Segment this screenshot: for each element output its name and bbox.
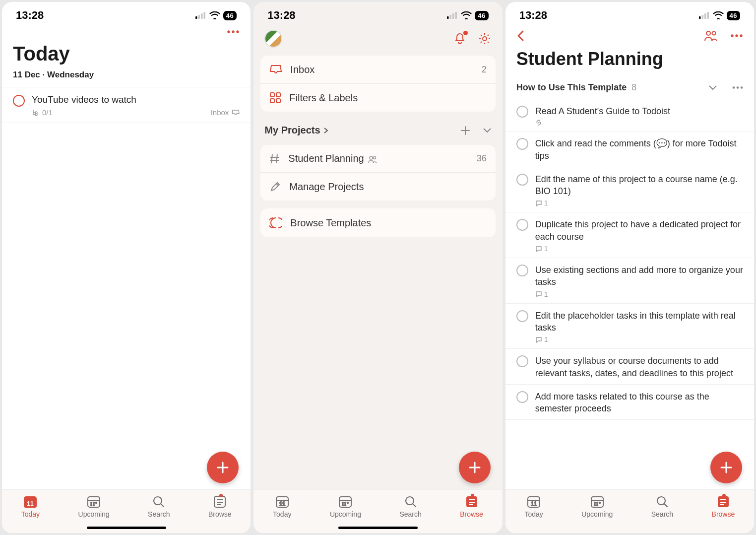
inbox-count: 2 [482,65,487,75]
tab-search[interactable]: Search [148,495,170,518]
project-title: Student Planning [505,46,754,76]
add-project-icon[interactable] [460,125,471,136]
task-checkbox[interactable] [516,355,528,367]
task-checkbox[interactable] [516,391,528,403]
svg-line-51 [413,504,416,507]
svg-point-8 [35,114,37,116]
svg-rect-56 [699,16,701,19]
chevron-down-icon[interactable] [708,85,717,91]
svg-point-46 [345,502,346,504]
tab-today[interactable]: 11 Today [21,495,40,518]
section-header[interactable]: How to Use This Template 8 [505,76,754,99]
add-task-fab[interactable] [459,452,491,483]
my-projects-header[interactable]: My Projects [253,116,502,141]
shared-icon [368,155,378,163]
browse-templates-item[interactable]: Browse Templates [260,208,495,237]
add-task-fab[interactable] [710,452,742,483]
svg-point-63 [735,34,738,37]
task-title: Read A Student's Guide to Todoist [535,105,743,117]
comment-count: 1 [535,245,743,253]
task-checkbox[interactable] [516,174,528,186]
notification-dot [219,494,223,497]
svg-rect-1 [198,15,200,19]
task-row[interactable]: Edit the name of this project to a cours… [505,167,754,213]
svg-point-73 [594,502,595,504]
tab-today[interactable]: 11 Today [273,495,291,518]
screen-today: 13:28 46 Today 11 Dec · Wednesday YouTub… [2,2,251,533]
task-row[interactable]: Use existing sections and add more to or… [505,258,754,304]
svg-point-48 [342,505,344,506]
tab-today[interactable]: 11 Today [524,495,543,518]
project-item[interactable]: Student Planning 36 [260,145,495,173]
tab-search[interactable]: Search [399,495,421,518]
search-icon [151,495,166,509]
task-checkbox[interactable] [516,138,528,150]
task-checkbox[interactable] [516,106,528,118]
battery-indicator: 46 [223,11,237,20]
task-row[interactable]: Click and read the comments (💬) for more… [505,132,754,167]
notification-dot [463,31,468,35]
link-indicator [535,119,743,126]
section-more-icon[interactable] [732,86,743,89]
settings-icon[interactable] [478,32,492,46]
tab-browse[interactable]: Browse [208,495,232,518]
status-indicators: 46 [447,11,488,20]
svg-point-38 [370,156,373,159]
search-icon [403,495,418,509]
back-button[interactable] [516,30,524,42]
tab-upcoming[interactable]: Upcoming [581,495,613,518]
tab-upcoming[interactable]: Upcoming [330,495,361,518]
comment-icon [535,246,542,252]
pencil-icon [269,181,281,193]
status-indicators: 46 [195,11,237,20]
task-row[interactable]: YouTube videos to watch 0/1 Inbox [2,87,251,123]
tab-upcoming[interactable]: Upcoming [78,495,110,518]
svg-point-76 [594,505,595,506]
more-icon[interactable] [730,34,743,38]
tab-search[interactable]: Search [651,495,673,518]
share-icon[interactable] [703,30,718,42]
project-count: 36 [477,153,487,164]
inbox-item[interactable]: Inbox 2 [260,56,495,84]
browse-header [253,26,502,52]
project-header [505,26,754,46]
filters-item[interactable]: Filters & Labels [260,84,495,112]
comment-icon [535,336,542,343]
svg-rect-31 [276,93,280,97]
upcoming-icon [86,495,101,509]
chevron-down-icon[interactable] [483,128,492,134]
comment-count: 1 [535,335,743,343]
svg-line-20 [161,504,164,507]
svg-point-39 [374,156,376,159]
svg-line-35 [276,154,277,163]
notifications-icon[interactable] [453,32,467,46]
task-row[interactable]: Add more tasks related to this course as… [505,385,754,420]
plus-icon [719,461,733,474]
task-row[interactable]: Use your syllabus or course documents to… [505,349,754,385]
avatar[interactable] [264,30,282,48]
tab-browse[interactable]: Browse [712,495,735,518]
task-row[interactable]: Duplicate this project to have a dedicat… [505,212,754,258]
svg-point-62 [731,34,733,37]
task-checkbox[interactable] [516,265,528,276]
screen-project: 13:28 46 Student Planning How to Use Thi… [505,2,754,533]
cellular-icon [195,12,206,19]
more-icon[interactable] [227,30,240,34]
task-row[interactable]: Edit the placeholder tasks in this templ… [505,304,754,349]
svg-point-17 [91,505,92,506]
svg-rect-0 [195,16,197,19]
tab-bar: 11 Today Upcoming Search Browse [505,489,754,533]
task-checkbox[interactable] [13,95,25,107]
status-time: 13:28 [16,9,44,22]
manage-projects-item[interactable]: Manage Projects [260,173,495,201]
add-task-fab[interactable] [207,452,239,483]
svg-point-47 [347,502,349,504]
task-checkbox[interactable] [516,310,528,322]
svg-text:11: 11 [27,500,34,507]
task-row[interactable]: Read A Student's Guide to Todoist [505,99,754,132]
svg-rect-27 [452,13,454,19]
status-time: 13:28 [267,9,295,22]
task-checkbox[interactable] [516,219,528,231]
battery-indicator: 46 [727,11,740,20]
tab-browse[interactable]: Browse [460,495,483,518]
